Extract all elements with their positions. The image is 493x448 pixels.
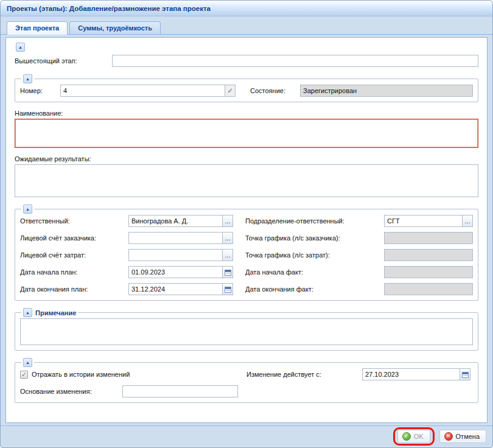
note-legend-title: Примечание bbox=[35, 309, 76, 317]
number-label: Номер: bbox=[20, 87, 59, 94]
collapse-arrow: ▲ bbox=[26, 360, 30, 365]
cost-account-lookup-trigger[interactable]: … bbox=[222, 249, 233, 261]
number-check-trigger: ✓ bbox=[225, 85, 236, 97]
ok-check-icon: ✓ bbox=[402, 432, 411, 441]
end-fact-input bbox=[384, 283, 473, 295]
ok-button-label: OK bbox=[414, 433, 424, 440]
details-legend: ▲ bbox=[21, 205, 34, 214]
ok-check-glyph: ✓ bbox=[404, 433, 409, 439]
expected-label: Ожидаемые результаты: bbox=[15, 155, 478, 163]
end-plan-field bbox=[128, 283, 233, 295]
end-fact-label: Дата окончания факт: bbox=[245, 285, 383, 293]
parent-stage-row: Вышестоящий этап: bbox=[15, 55, 478, 67]
note-legend: ▲ Примечание bbox=[21, 308, 78, 317]
number-state-row: Номер: ✓ Состояние: bbox=[20, 85, 473, 97]
start-fact-label: Дата начала факт: bbox=[245, 268, 383, 276]
effective-field bbox=[362, 368, 470, 380]
department-field: … bbox=[384, 215, 473, 227]
reason-label: Основание изменения: bbox=[20, 388, 122, 395]
calendar-icon bbox=[225, 286, 231, 293]
cost-account-label: Лицевой счёт затрат: bbox=[20, 251, 127, 259]
start-plan-date-trigger[interactable] bbox=[222, 266, 233, 278]
customer-point-label: Точка графика (л/с заказчика): bbox=[245, 234, 383, 242]
tab-sums-label: Суммы, трудоёмкость bbox=[78, 24, 152, 32]
panel-collapse-row: ▲ bbox=[16, 43, 478, 52]
checkbox-check-icon: ✓ bbox=[21, 371, 27, 378]
start-plan-input[interactable] bbox=[128, 266, 223, 278]
collapse-icon[interactable]: ▲ bbox=[23, 74, 32, 83]
customer-account-label: Лицевой счёт заказчика: bbox=[20, 234, 127, 242]
state-input bbox=[300, 85, 473, 97]
history-checkbox[interactable]: ✓ bbox=[20, 371, 28, 379]
collapse-arrow: ▲ bbox=[26, 77, 30, 81]
tab-sums[interactable]: Суммы, трудоёмкость bbox=[69, 21, 161, 34]
history-row: ✓ Отражать в истории изменений Изменение… bbox=[20, 368, 473, 380]
note-fieldset: ▲ Примечание bbox=[15, 308, 478, 351]
customer-account-input[interactable] bbox=[128, 232, 223, 244]
annotation-highlight: ✓ OK bbox=[393, 427, 435, 446]
collapse-icon[interactable]: ▲ bbox=[16, 43, 25, 52]
number-input[interactable] bbox=[60, 85, 225, 97]
end-plan-input[interactable] bbox=[128, 283, 223, 295]
cost-point-input bbox=[384, 249, 473, 261]
tab-stage[interactable]: Этап проекта bbox=[7, 21, 68, 35]
cost-point-label: Точка графика (л/с затрат): bbox=[245, 251, 383, 259]
cost-account-field: … bbox=[128, 249, 233, 261]
department-label: Подразделение-ответственный: bbox=[245, 217, 383, 225]
tab-panel-body: ▲ Вышестоящий этап: ▲ Номер: bbox=[1, 35, 492, 423]
start-plan-field bbox=[128, 266, 233, 278]
name-textarea[interactable] bbox=[15, 119, 478, 148]
collapse-icon[interactable]: ▲ bbox=[23, 308, 32, 317]
responsible-label: Ответственный: bbox=[20, 217, 127, 225]
effective-date-trigger[interactable] bbox=[460, 368, 470, 380]
calendar-icon bbox=[462, 371, 469, 378]
name-label: Наименование: bbox=[15, 110, 478, 117]
expected-textarea[interactable] bbox=[15, 164, 478, 197]
collapse-icon[interactable]: ▲ bbox=[23, 358, 32, 367]
bottom-toolbar: ✓ OK ✕ Отмена bbox=[1, 425, 492, 447]
effective-label: Изменение действует с: bbox=[246, 371, 362, 378]
history-checkbox-label: Отражать в истории изменений bbox=[32, 371, 130, 378]
history-legend: ▲ bbox=[21, 358, 34, 367]
start-fact-input bbox=[384, 266, 473, 278]
number-field: ✓ bbox=[60, 85, 236, 97]
calendar-icon bbox=[225, 269, 231, 276]
dialog-window: Проекты (этапы): Добавление/размножение … bbox=[0, 0, 493, 448]
end-plan-date-trigger[interactable] bbox=[222, 283, 233, 295]
customer-account-field: … bbox=[128, 232, 233, 244]
cancel-button-label: Отмена bbox=[456, 433, 480, 440]
parent-stage-input[interactable] bbox=[112, 55, 478, 67]
responsible-input[interactable] bbox=[128, 215, 223, 227]
customer-account-lookup-trigger[interactable]: … bbox=[222, 232, 233, 244]
ellipsis-icon: … bbox=[225, 235, 231, 242]
ellipsis-icon: … bbox=[225, 252, 231, 259]
cost-account-input[interactable] bbox=[128, 249, 223, 261]
tab-stage-label: Этап проекта bbox=[15, 24, 59, 32]
cancel-x-glyph: ✕ bbox=[446, 433, 451, 439]
cancel-button[interactable]: ✕ Отмена bbox=[439, 430, 486, 443]
history-fieldset: ▲ ✓ Отражать в истории изменений Изменен… bbox=[15, 358, 478, 403]
ellipsis-icon: … bbox=[464, 218, 470, 225]
effective-date-input[interactable] bbox=[362, 368, 460, 380]
cancel-x-icon: ✕ bbox=[444, 432, 453, 441]
dialog-titlebar[interactable]: Проекты (этапы): Добавление/размножение … bbox=[1, 1, 492, 16]
ok-button[interactable]: ✓ OK bbox=[397, 430, 430, 443]
department-input[interactable] bbox=[384, 215, 463, 227]
dialog-title: Проекты (этапы): Добавление/размножение … bbox=[7, 5, 211, 12]
name-block: Наименование: bbox=[15, 110, 478, 148]
reason-input[interactable] bbox=[122, 385, 238, 397]
responsible-lookup-trigger[interactable]: … bbox=[222, 215, 233, 227]
form-panel: ▲ Вышестоящий этап: ▲ Номер: bbox=[5, 37, 488, 423]
responsible-field: … bbox=[128, 215, 233, 227]
end-plan-label: Дата окончания план: bbox=[20, 285, 127, 293]
department-lookup-trigger[interactable]: … bbox=[462, 215, 473, 227]
details-grid: Ответственный: … Подразделение-ответстве… bbox=[20, 215, 473, 295]
expected-block: Ожидаемые результаты: bbox=[15, 155, 478, 197]
number-state-fieldset: ▲ Номер: ✓ Состояние: bbox=[15, 74, 478, 102]
customer-point-input bbox=[384, 232, 473, 244]
ellipsis-icon: … bbox=[225, 218, 231, 225]
note-textarea[interactable] bbox=[20, 318, 473, 345]
collapse-arrow: ▲ bbox=[18, 45, 23, 49]
check-icon: ✓ bbox=[227, 87, 233, 95]
collapse-icon[interactable]: ▲ bbox=[23, 205, 32, 214]
